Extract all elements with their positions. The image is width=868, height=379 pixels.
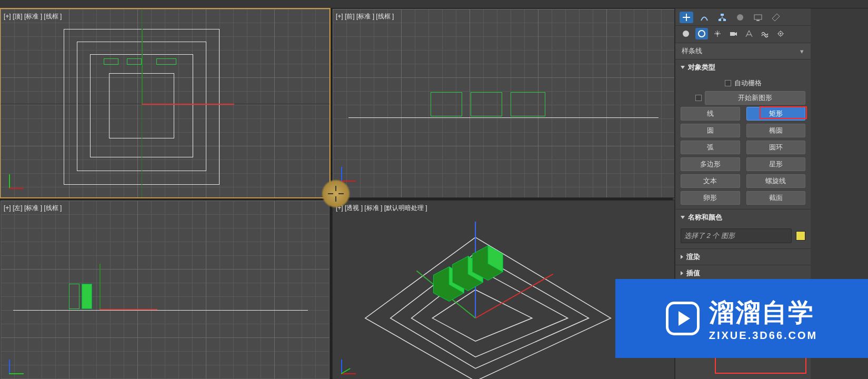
app-top-stripe [0,0,868,8]
shape-category-dropdown[interactable]: 样条线 ▾ [675,43,811,59]
tab-create-icon[interactable] [680,12,693,23]
sub-systems-icon[interactable] [774,28,787,39]
arc-button[interactable]: 弧 [681,141,740,154]
svg-point-34 [780,33,782,35]
svg-point-29 [716,33,719,35]
shape-green-box [156,58,176,65]
svg-rect-30 [730,32,735,36]
watermark-subtitle: ZIXUE.3D66.COM [709,330,817,342]
viewport-label[interactable]: [+] [前] [标准 ] [线框 ] [336,12,394,21]
rollout-render: 渲染 [675,249,811,265]
viewport-label[interactable]: [+] [顶] [标准 ] [线框 ] [4,12,62,21]
shape-green-box [511,92,545,116]
shape-button-grid: 线 矩形 圆 椭圆 弧 圆环 多边形 星形 文本 螺旋线 卵形 截面 [681,107,805,205]
axis-x-handle [99,309,157,310]
chevron-down-icon: ▾ [797,47,806,55]
viewport-front[interactable]: [+] [前] [标准 ] [线框 ] [332,8,675,198]
ngon-button[interactable]: 多边形 [681,157,740,171]
sub-shapes-icon[interactable] [695,28,708,39]
rectangle-button[interactable]: 矩形 [746,107,806,121]
axis-z-handle [99,264,101,309]
svg-line-5 [475,274,553,318]
watermark-overlay: 溜溜自学 ZIXUE.3D66.COM [615,279,868,358]
ground-line [13,310,308,311]
line-button[interactable]: 线 [681,107,740,121]
watermark-title: 溜溜自学 [709,296,817,330]
rollout-title: 渲染 [686,252,700,262]
rollout-title: 名称和颜色 [688,213,722,222]
tab-display-icon[interactable] [751,12,765,23]
panel-tabs [675,8,811,26]
viewport-gizmo [338,356,359,377]
rollout-header[interactable]: 渲染 [675,249,811,265]
rollout-title: 插值 [686,268,700,278]
donut-button[interactable]: 圆环 [746,141,806,154]
grid-major [333,9,674,197]
tab-modify-icon[interactable] [697,12,711,23]
svg-rect-19 [721,14,724,16]
dropdown-label: 样条线 [680,45,797,57]
checkbox-start-new[interactable] [695,95,702,101]
play-icon [666,302,700,335]
viewport-left[interactable]: [+] [左] [标准 ] [线框 ] [0,200,330,379]
egg-button[interactable]: 卵形 [681,191,740,205]
svg-point-28 [699,31,705,37]
checkbox-auto-grid[interactable] [725,80,731,86]
sub-geometry-icon[interactable] [680,28,692,39]
viewport-label[interactable]: [+] [左] [标准 ] [线框 ] [4,204,62,213]
circle-button[interactable]: 圆 [681,124,740,137]
ellipse-button[interactable]: 椭圆 [746,124,806,137]
rollout-name-color: 名称和颜色 选择了 2 个 图形 [675,210,811,249]
sub-lights-icon[interactable] [711,28,724,39]
shape-green-fill [82,284,92,309]
rollout-header[interactable]: 名称和颜色 [675,210,811,225]
text-button[interactable]: 文本 [681,174,740,188]
axis-x-handle [142,104,234,105]
tab-motion-icon[interactable] [733,12,747,23]
color-swatch[interactable] [796,231,805,241]
object-name-input[interactable]: 选择了 2 个 图形 [681,228,792,243]
expand-icon [681,216,685,219]
viewport-top[interactable]: [+] [顶] [标准 ] [线框 ] [0,8,330,198]
expand-icon [681,271,683,275]
svg-rect-25 [754,15,762,19]
viewport-gizmo [6,171,27,192]
helix-button[interactable]: 螺旋线 [746,174,806,188]
rollout-title: 对象类型 [688,63,715,72]
ground-line [348,117,659,118]
shape-green-box [471,92,502,116]
svg-rect-21 [723,19,726,21]
tab-hierarchy-icon[interactable] [715,12,729,23]
viewport-label[interactable]: [+] [透视 ] [标准 ] [默认明暗处理 ] [336,204,427,213]
start-new-shape-button[interactable]: 开始新图形 [705,91,805,105]
star-button[interactable]: 星形 [746,157,806,171]
rollout-object-type: 对象类型 自动栅格 开始新图形 线 矩形 圆 椭圆 弧 圆环 多边形 星形 文本 [675,59,811,210]
section-button[interactable]: 截面 [746,191,806,205]
tab-utilities-icon[interactable] [769,12,783,23]
shape-green-box [69,284,79,309]
expand-icon [681,66,685,69]
checkbox-label: 自动栅格 [734,78,762,88]
sub-spacewarps-icon[interactable] [759,28,771,39]
expand-icon [681,255,683,259]
sub-helpers-icon[interactable] [743,28,755,39]
crosshair-marker [321,179,351,208]
shape-green-box [431,92,462,116]
shape-green-box [127,58,142,65]
svg-point-27 [683,31,689,37]
svg-rect-26 [756,20,760,21]
create-subtabs [675,26,811,43]
axis-y-handle [142,29,143,104]
rollout-header[interactable]: 对象类型 [675,59,811,75]
shape-green-box [104,58,118,65]
svg-marker-31 [735,32,737,36]
grid-major [1,201,330,379]
viewport-gizmo [6,356,27,377]
sub-cameras-icon[interactable] [727,28,740,39]
svg-point-24 [737,14,743,21]
svg-rect-20 [719,19,721,21]
